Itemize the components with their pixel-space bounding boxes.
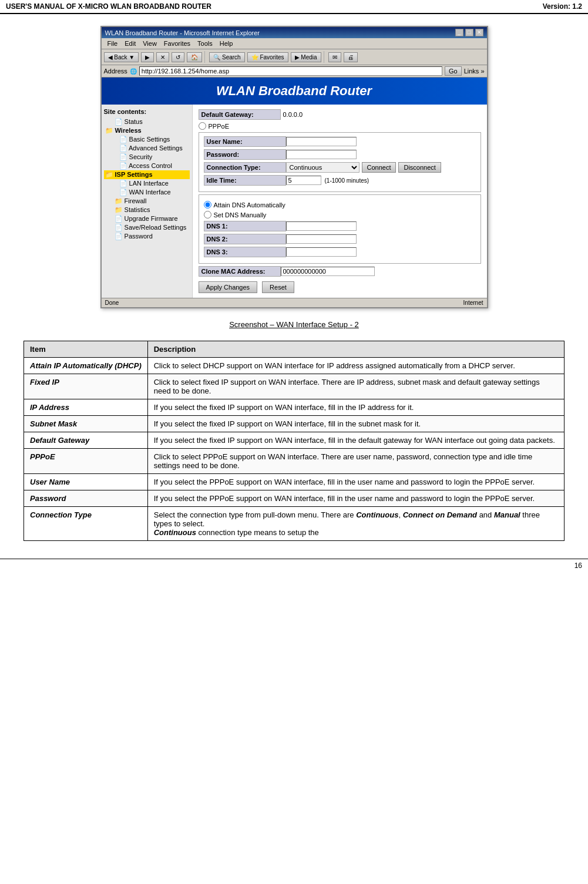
browser-title: WLAN Broadband Router - Microsoft Intern… xyxy=(105,29,260,36)
forward-button[interactable]: ▶ xyxy=(141,52,154,62)
username-input[interactable] xyxy=(286,137,357,146)
back-button[interactable]: ◀ Back ▼ xyxy=(104,52,139,62)
set-dns-radio[interactable] xyxy=(204,211,211,219)
status-internet: Internet xyxy=(463,300,483,306)
router-title: WLAN Broadband Router xyxy=(216,83,372,98)
sidebar-item-status[interactable]: 📄 Status xyxy=(104,117,190,126)
menu-favorites[interactable]: Favorites xyxy=(160,39,194,48)
table-row: Connection TypeSelect the connection typ… xyxy=(24,507,565,541)
table-row: User NameIf you select the PPPoE support… xyxy=(24,474,565,490)
table-cell-item: Password xyxy=(24,490,148,507)
default-gateway-value: 0.0.0.0 xyxy=(281,110,305,119)
dns2-input[interactable] xyxy=(286,234,357,244)
menu-tools[interactable]: Tools xyxy=(194,39,216,48)
sidebar-item-isp-settings[interactable]: 📁 ISP Settings xyxy=(104,170,190,179)
separator2 xyxy=(324,51,326,63)
manual-title: USER'S MANUAL OF X-MICRO WLAN BROADBAND … xyxy=(6,2,211,11)
dns1-input[interactable] xyxy=(286,221,357,231)
sidebar-item-access-control[interactable]: 📄 Access Control xyxy=(104,162,190,170)
table-row: Fixed IPClick to select fixed IP support… xyxy=(24,374,565,399)
page-footer: 16 xyxy=(0,559,588,572)
table-cell-item: Subnet Mask xyxy=(24,416,148,432)
table-row: Subnet MaskIf you select the fixed IP su… xyxy=(24,416,565,432)
go-button[interactable]: Go xyxy=(445,66,462,76)
pppoe-radio[interactable] xyxy=(199,122,206,130)
attain-dns-row: Attain DNS Automatically xyxy=(204,201,476,209)
sidebar-item-save-reload[interactable]: 📄 Save/Reload Settings xyxy=(104,223,190,232)
apply-button[interactable]: Apply Changes xyxy=(199,281,258,293)
separator xyxy=(204,51,207,63)
sidebar-item-statistics[interactable]: 📁 Statistics xyxy=(104,206,190,214)
main-form-content: Default Gateway: 0.0.0.0 PPPoE User Name… xyxy=(193,105,487,298)
sidebar-item-password[interactable]: 📄 Password xyxy=(104,232,190,241)
dns3-input[interactable] xyxy=(286,247,357,257)
address-input[interactable] xyxy=(139,66,442,76)
clone-mac-input[interactable] xyxy=(281,267,375,276)
browser-statusbar: Done Internet xyxy=(102,298,487,307)
connect-button[interactable]: Connect xyxy=(362,162,397,173)
default-gateway-row: Default Gateway: 0.0.0.0 xyxy=(199,109,481,120)
dns1-row: DNS 1: xyxy=(204,221,476,231)
table-header-item: Item xyxy=(24,341,148,358)
content-area: WLAN Broadband Router - Microsoft Intern… xyxy=(0,14,588,553)
dns3-label: DNS 3: xyxy=(204,247,286,257)
home-button[interactable]: 🏠 xyxy=(187,52,202,62)
table-cell-description: If you select the fixed IP support on WA… xyxy=(147,432,564,449)
minimize-button[interactable]: _ xyxy=(455,29,463,36)
sidebar-item-wireless[interactable]: 📁 Wireless xyxy=(104,126,190,135)
connection-type-label: Connection Type: xyxy=(204,162,286,173)
menu-file[interactable]: File xyxy=(104,39,122,48)
sidebar-item-upgrade-firmware[interactable]: 📄 Upgrade Firmware xyxy=(104,214,190,223)
menu-view[interactable]: View xyxy=(139,39,160,48)
sidebar-item-lan-interface[interactable]: 📄 LAN Interface xyxy=(104,179,190,188)
mail-button[interactable]: ✉ xyxy=(328,52,341,62)
stop-button[interactable]: ✕ xyxy=(156,52,169,62)
sidebar-item-firewall[interactable]: 📁 Firewall xyxy=(104,197,190,206)
button-row: Apply Changes Reset xyxy=(199,281,481,293)
table-cell-description: If you select the PPPoE support on WAN i… xyxy=(147,490,564,507)
table-cell-description: Click to select fixed IP support on WAN … xyxy=(147,374,564,399)
sidebar-item-security[interactable]: 📄 Security xyxy=(104,153,190,162)
attain-dns-label: Attain DNS Automatically xyxy=(214,201,285,209)
browser-titlebar: WLAN Broadband Router - Microsoft Intern… xyxy=(102,27,487,38)
sidebar-item-advanced-settings[interactable]: 📄 Advanced Settings xyxy=(104,144,190,153)
browser-addressbar: Address 🌐 Go Links » xyxy=(102,65,487,78)
idle-time-input[interactable] xyxy=(286,176,321,185)
clone-mac-row: Clone MAC Address: xyxy=(199,266,481,277)
media-button[interactable]: ▶ Media xyxy=(291,52,321,62)
description-table: Item Description Attain IP Automatically… xyxy=(23,341,565,541)
table-header-description: Description xyxy=(147,341,564,358)
table-cell-item: Attain IP Automatically (DHCP) xyxy=(24,358,148,374)
idle-time-hint: (1-1000 minutes) xyxy=(325,177,369,184)
dns2-label: DNS 2: xyxy=(204,234,286,244)
password-input[interactable] xyxy=(286,150,357,159)
connection-type-select[interactable]: Continuous Connect on Demand Manual xyxy=(286,162,359,173)
menu-edit[interactable]: Edit xyxy=(121,39,139,48)
table-cell-item: User Name xyxy=(24,474,148,490)
search-button[interactable]: 🔍 Search xyxy=(209,52,244,62)
version: Version: 1.2 xyxy=(543,2,582,11)
sidebar-item-basic-settings[interactable]: 📄 Basic Settings xyxy=(104,135,190,144)
menu-help[interactable]: Help xyxy=(216,39,237,48)
print-button[interactable]: 🖨 xyxy=(344,52,358,62)
sidebar-item-wan-interface[interactable]: 📄 WAN Interface xyxy=(104,188,190,197)
maximize-button[interactable]: □ xyxy=(465,29,473,36)
favorites-button[interactable]: ⭐ Favorites xyxy=(247,52,288,62)
screenshot-caption: Screenshot – WAN Interface Setup - 2 xyxy=(23,320,565,329)
default-gateway-label: Default Gateway: xyxy=(199,109,281,120)
dns3-row: DNS 3: xyxy=(204,247,476,257)
password-label: Password: xyxy=(204,149,286,160)
dns1-label: DNS 1: xyxy=(204,221,286,231)
table-cell-item: Default Gateway xyxy=(24,432,148,449)
refresh-button[interactable]: ↺ xyxy=(172,52,184,62)
disconnect-button[interactable]: Disconnect xyxy=(398,162,441,173)
sidebar-section: 📄 Status 📁 Wireless 📄 Basic Settings 📄 A… xyxy=(104,117,190,241)
attain-dns-radio[interactable] xyxy=(204,201,211,209)
close-button[interactable]: ✕ xyxy=(475,29,483,36)
status-done: Done xyxy=(105,300,119,306)
table-cell-item: PPPoE xyxy=(24,449,148,474)
pppoe-section: User Name: Password: Connection Type: Co… xyxy=(199,132,481,192)
dns-section: Attain DNS Automatically Set DNS Manuall… xyxy=(199,194,481,264)
router-header: WLAN Broadband Router xyxy=(102,78,487,105)
reset-button[interactable]: Reset xyxy=(262,281,294,293)
